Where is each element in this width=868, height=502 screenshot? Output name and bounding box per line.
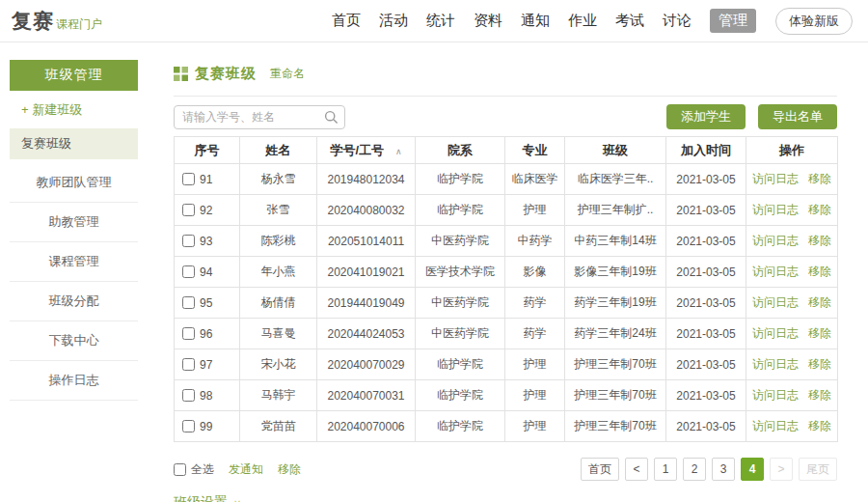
select-all-checkbox[interactable] [174,463,186,476]
col-header-major: 专业 [505,137,565,164]
row-checkbox[interactable] [182,296,195,309]
row-checkbox[interactable] [182,358,195,371]
try-new-version-button[interactable]: 体验新版 [775,8,853,35]
pagination-page-4-active[interactable]: 4 [741,458,764,481]
search-input[interactable] [174,105,345,129]
table-body: 91 杨永雪 201948012034 临护学院 临床医学 临床医学三年.. 2… [175,164,838,442]
sidebar-item-download-center[interactable]: 下载中心 [10,321,138,361]
remove-link[interactable]: 移除 [808,295,831,309]
row-join-date: 2021-03-05 [666,226,746,257]
sidebar-item-class-assign[interactable]: 班级分配 [10,282,138,321]
row-checkbox[interactable] [182,389,195,402]
class-settings-toggle[interactable]: 班级设置 ∨ [174,494,837,502]
remove-link[interactable]: 移除 [808,388,831,402]
remove-link[interactable]: 移除 [808,265,831,278]
remove-link[interactable]: 移除 [808,326,831,340]
nav-item-home[interactable]: 首页 [332,12,361,30]
app-logo[interactable]: 复赛 课程门户 [12,8,102,35]
student-table: 序号 姓名 学号/工号∧ 院系 专业 班级 加入时间 操作 91 杨永雪 201… [174,136,838,442]
remove-link[interactable]: 移除 [808,357,831,371]
col-header-student-id[interactable]: 学号/工号∧ [317,137,416,164]
title-divider [174,96,837,97]
send-notice-link[interactable]: 发通知 [229,461,263,478]
row-checkbox[interactable] [182,327,195,340]
nav-item-statistics[interactable]: 统计 [426,12,455,30]
row-checkbox[interactable] [182,235,195,247]
add-student-button[interactable]: 添加学生 [666,104,746,129]
remove-link[interactable]: 移除 [808,419,831,432]
row-student-id: 201944019049 [317,288,416,319]
sidebar-item-operation-log[interactable]: 操作日志 [10,361,138,401]
pagination-prev[interactable]: < [625,458,648,481]
row-actions: 访问日志移除 [746,226,838,257]
pagination-first[interactable]: 首页 [581,458,619,481]
row-checkbox[interactable] [182,204,195,216]
sidebar-item-fusai-class[interactable]: 复赛班级 [10,128,138,159]
visit-log-link[interactable]: 访问日志 [752,295,799,309]
row-seq: 98 [200,389,212,403]
row-actions: 访问日志移除 [746,411,838,442]
table-row: 92 张雪 202040080032 临护学院 护理 护理三年制扩.. 2021… [175,195,838,226]
visit-log-link[interactable]: 访问日志 [752,357,799,371]
visit-log-link[interactable]: 访问日志 [752,172,799,185]
nav-item-exams[interactable]: 考试 [615,12,644,30]
rename-link[interactable]: 重命名 [270,66,305,82]
top-header: 复赛 课程门户 首页 活动 统计 资料 通知 作业 考试 讨论 管理 体验新版 [0,0,868,42]
seq-cell: 96 [175,319,240,349]
row-major: 中药学 [505,226,565,257]
row-class: 中药三年制14班 [565,226,666,257]
pagination-page-2[interactable]: 2 [683,458,706,481]
row-actions: 访问日志移除 [746,164,838,195]
visit-log-link[interactable]: 访问日志 [752,419,799,432]
select-all-control[interactable]: 全选 [174,461,214,478]
row-checkbox[interactable] [182,420,195,432]
visit-log-link[interactable]: 访问日志 [752,326,799,340]
nav-item-homework[interactable]: 作业 [568,12,597,30]
pagination-page-3[interactable]: 3 [712,458,735,481]
pagination-last: 尾页 [799,458,837,481]
remove-link[interactable]: 移除 [808,203,831,216]
nav-item-activity[interactable]: 活动 [379,12,408,30]
top-nav: 首页 活动 统计 资料 通知 作业 考试 讨论 管理 [332,9,756,33]
row-name: 马喜曼 [240,319,317,349]
row-major: 临床医学 [505,164,565,195]
logo-sub-text: 课程门户 [56,16,102,33]
sidebar-item-teacher-team[interactable]: 教师团队管理 [10,163,138,203]
nav-item-notifications[interactable]: 通知 [521,12,550,30]
row-major: 护理 [505,195,565,226]
visit-log-link[interactable]: 访问日志 [752,234,799,247]
row-student-id: 201948012034 [317,164,416,195]
row-major: 护理 [505,411,565,442]
search-icon[interactable] [324,110,339,125]
sidebar-item-new-class[interactable]: + 新建班级 [10,91,138,128]
row-student-id: 202040070029 [317,349,416,380]
row-join-date: 2021-03-05 [666,319,746,349]
export-list-button[interactable]: 导出名单 [758,104,837,129]
chevron-down-icon: ∨ [233,497,241,502]
nav-item-manage[interactable]: 管理 [710,9,756,33]
remove-link[interactable]: 移除 [808,172,831,185]
pagination-next: > [770,458,793,481]
row-checkbox[interactable] [182,265,195,278]
sidebar-item-course-manage[interactable]: 课程管理 [10,242,138,282]
row-name: 张雪 [240,195,317,226]
row-name: 宋小花 [240,349,317,380]
row-major: 药学 [505,288,565,319]
visit-log-link[interactable]: 访问日志 [752,388,799,402]
row-actions: 访问日志移除 [746,257,838,288]
pagination-page-1[interactable]: 1 [654,458,677,481]
visit-log-link[interactable]: 访问日志 [752,265,799,278]
row-department: 临护学院 [416,380,505,411]
nav-item-discussion[interactable]: 讨论 [663,12,692,30]
logo-main-text: 复赛 [12,8,54,35]
row-class: 护理三年制扩.. [565,195,666,226]
nav-item-materials[interactable]: 资料 [474,12,502,30]
remove-selected-link[interactable]: 移除 [278,461,301,478]
sidebar: 班级管理 + 新建班级 复赛班级 教师团队管理 助教管理 课程管理 班级分配 下… [10,60,138,401]
sidebar-item-ta-manage[interactable]: 助教管理 [10,203,138,242]
row-actions: 访问日志移除 [746,195,838,226]
remove-link[interactable]: 移除 [808,234,831,247]
row-seq: 95 [200,296,212,310]
visit-log-link[interactable]: 访问日志 [752,203,799,216]
row-checkbox[interactable] [182,173,195,185]
